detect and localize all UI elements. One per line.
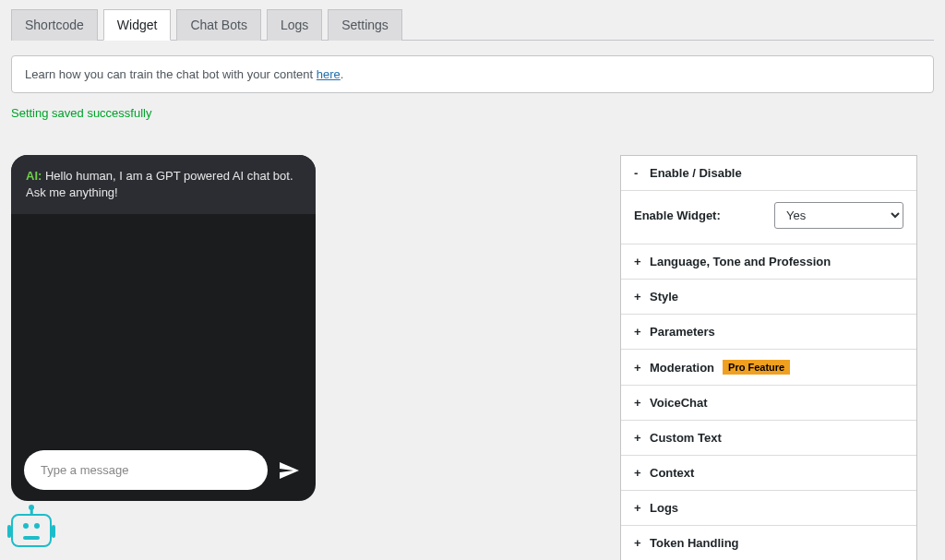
chat-widget: AI: Hello human, I am a GPT powered AI c… [11, 155, 316, 501]
accordion-sign: - [634, 166, 643, 180]
accordion-title: Enable / Disable [650, 166, 742, 180]
info-box: Learn how you can train the chat bot wit… [11, 55, 934, 93]
chat-input[interactable] [24, 450, 268, 490]
accordion-enable-disable[interactable]: - Enable / Disable [621, 156, 916, 191]
accordion-sign: + [634, 466, 643, 480]
chat-greeting-text: Hello human, I am a GPT powered AI chat … [26, 169, 293, 199]
chat-body [24, 214, 303, 441]
chat-input-row [24, 450, 303, 490]
bot-icon[interactable] [11, 514, 52, 547]
send-button[interactable] [275, 457, 303, 484]
enable-widget-row: Enable Widget: Yes [621, 191, 916, 244]
accordion-sign: + [634, 361, 643, 375]
tab-widget[interactable]: Widget [103, 9, 172, 41]
settings-panel: - Enable / Disable Enable Widget: Yes + … [620, 155, 917, 560]
pro-badge: Pro Feature [723, 360, 790, 375]
accordion-sign: + [634, 501, 643, 515]
info-link[interactable]: here [317, 67, 341, 81]
accordion-title: Token Handling [650, 536, 739, 550]
accordion-style[interactable]: + Style [621, 280, 916, 315]
accordion-sign: + [634, 290, 643, 304]
accordion-title: Logs [650, 501, 678, 515]
accordion-token-handling[interactable]: + Token Handling [621, 526, 916, 560]
accordion-title: Style [650, 290, 678, 304]
tab-shortcode[interactable]: Shortcode [11, 9, 98, 41]
accordion-title: Custom Text [650, 431, 722, 445]
accordion-voicechat[interactable]: + VoiceChat [621, 386, 916, 421]
accordion-title: Language, Tone and Profession [650, 255, 831, 268]
tab-settings[interactable]: Settings [328, 9, 402, 41]
accordion-context[interactable]: + Context [621, 456, 916, 491]
tab-logs[interactable]: Logs [267, 9, 322, 41]
enable-widget-select[interactable]: Yes [774, 202, 903, 229]
ai-label: AI: [26, 169, 42, 183]
tab-chatbots[interactable]: Chat Bots [176, 9, 260, 41]
chat-greeting: AI: Hello human, I am a GPT powered AI c… [11, 155, 316, 214]
enable-widget-label: Enable Widget: [634, 209, 721, 222]
accordion-parameters[interactable]: + Parameters [621, 315, 916, 350]
accordion-title: Context [650, 466, 694, 480]
info-text-suffix: . [341, 67, 344, 81]
info-text-prefix: Learn how you can train the chat bot wit… [25, 67, 317, 81]
success-message: Setting saved successfully [11, 106, 934, 120]
accordion-sign: + [634, 255, 643, 268]
tabs: Shortcode Widget Chat Bots Logs Settings [11, 9, 934, 41]
accordion-sign: + [634, 396, 643, 410]
accordion-title: VoiceChat [650, 396, 708, 410]
accordion-moderation[interactable]: + Moderation Pro Feature [621, 350, 916, 386]
accordion-language[interactable]: + Language, Tone and Profession [621, 244, 916, 280]
accordion-sign: + [634, 431, 643, 445]
accordion-logs[interactable]: + Logs [621, 491, 916, 526]
accordion-title: Parameters [650, 325, 715, 339]
accordion-sign: + [634, 325, 643, 339]
accordion-custom-text[interactable]: + Custom Text [621, 421, 916, 456]
send-icon [278, 459, 300, 482]
accordion-sign: + [634, 536, 643, 550]
accordion-title: Moderation [650, 361, 714, 375]
